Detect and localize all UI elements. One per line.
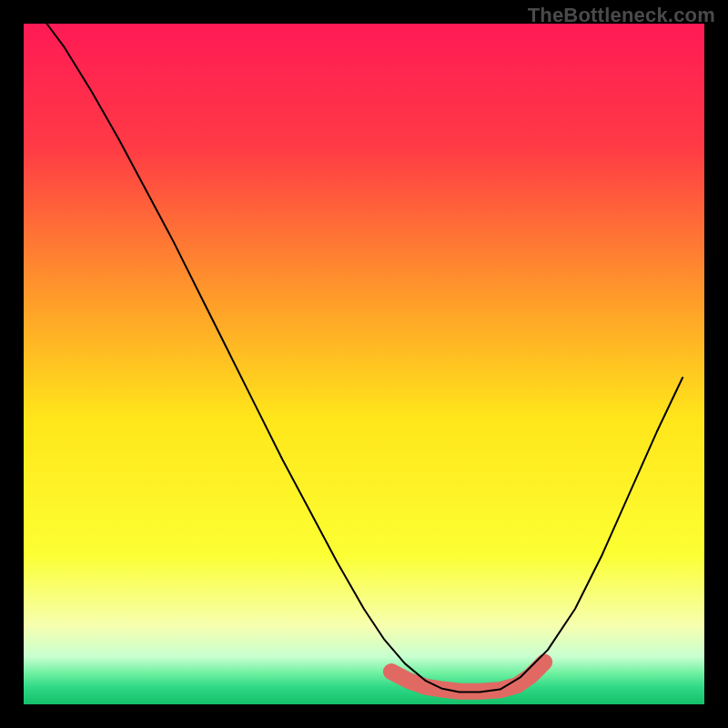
plot-background (24, 24, 704, 704)
bottleneck-chart (0, 0, 728, 728)
chart-frame: TheBottleneck.com (0, 0, 728, 728)
watermark-text: TheBottleneck.com (528, 4, 715, 27)
frame-left (0, 0, 24, 728)
frame-bottom (0, 704, 728, 728)
frame-right (704, 0, 728, 728)
